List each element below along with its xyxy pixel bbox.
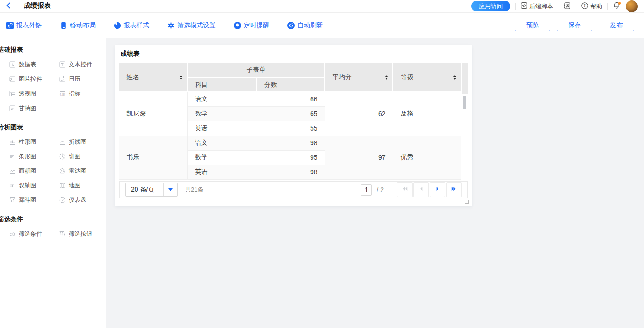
sidebar-item-label: 饼图 [69, 152, 80, 161]
toolbar-item-2[interactable]: 报表样式 [114, 21, 149, 30]
card-resize-handle[interactable] [465, 200, 469, 204]
sidebar-item-dual-axis[interactable]: 双轴图 [9, 182, 59, 189]
page-size-caret[interactable] [163, 183, 177, 196]
sort-icon[interactable] [180, 75, 182, 80]
sort-icon[interactable] [385, 75, 388, 80]
subject-cell: 英语 [187, 165, 257, 179]
first-page-button[interactable] [397, 182, 413, 197]
sidebar-item-radar-chart[interactable]: 雷达图 [59, 167, 106, 174]
sidebar-item-funnel-chart[interactable]: 漏斗图 [9, 197, 59, 203]
column-header-grade[interactable]: 等级 [393, 63, 461, 92]
sidebar-item-column-chart[interactable]: 柱形图 [9, 138, 59, 145]
grade-cell: 优秀 [393, 136, 461, 179]
sidebar-item-label: 折线图 [69, 138, 86, 146]
app-access-button[interactable]: 应用访问 [471, 1, 510, 11]
toolbar-item-label: 移动布局 [70, 21, 96, 30]
sidebar-item-pie-chart[interactable]: 饼图 [59, 153, 106, 160]
chevron-left-icon [418, 186, 424, 194]
funnel-chart-icon [9, 197, 15, 203]
sidebar-item-label: 文本控件 [69, 61, 92, 69]
column-header-grade-label: 等级 [401, 73, 413, 81]
page-number-input[interactable]: 1 [361, 184, 372, 196]
sidebar-section-2: 筛选条件筛选条件筛选按钮 [0, 215, 106, 237]
sidebar-item-label: 仪表盘 [69, 196, 86, 204]
sidebar-item-label: 筛选按钮 [69, 230, 92, 238]
average-cell: 97 [325, 136, 393, 179]
sidebar-item-gauge[interactable]: 仪表盘 [59, 197, 106, 203]
report-title[interactable]: 成绩报表 [21, 0, 54, 12]
sidebar-item-label: 雷达图 [69, 167, 86, 175]
sidebar-item-area-chart[interactable]: 面积图 [9, 167, 59, 174]
toolbar-item-0[interactable]: 报表外链 [6, 21, 42, 30]
sidebar-item-pivot[interactable]: 透视图 [9, 90, 59, 97]
score-cell: 95 [257, 150, 325, 165]
toolbar-item-1[interactable]: 移动布局 [60, 21, 96, 30]
text-widget-icon [59, 61, 65, 68]
save-button[interactable]: 保存 [557, 20, 592, 31]
sidebar-section-title: 筛选条件 [0, 215, 106, 223]
subject-cell: 英语 [187, 121, 257, 136]
score-report-card[interactable]: 成绩表 姓名 子表 [115, 45, 472, 206]
avatar[interactable] [626, 0, 638, 12]
sidebar-item-data-table[interactable]: 数据表 [9, 61, 59, 68]
sidebar-item-calendar[interactable]: 日历 [59, 76, 106, 82]
divider [558, 3, 558, 10]
scrollbar-thumb[interactable] [463, 96, 466, 109]
sidebar-item-gantt[interactable]: 甘特图 [9, 105, 59, 111]
publish-button[interactable]: 发布 [599, 20, 634, 31]
sidebar-item-bar-chart[interactable]: 条形图 [9, 153, 59, 160]
last-page-button[interactable] [446, 182, 462, 197]
design-canvas[interactable]: 成绩表 姓名 子表 [106, 38, 644, 328]
score-table-body: 凯尼深语文6662及格数学65英语55书乐语文9897优秀数学95英语98 [119, 92, 461, 179]
toolbar-item-label: 自动刷新 [297, 21, 323, 30]
toolbar-item-5[interactable]: 自动刷新 [287, 21, 323, 30]
column-header-name-label: 姓名 [126, 73, 139, 81]
dual-axis-icon [9, 182, 15, 189]
sidebar-item-filter-button[interactable]: 筛选按钮 [59, 230, 106, 237]
notifications-button[interactable] [613, 2, 621, 10]
page-total-label: / 2 [377, 186, 384, 193]
toolbar-item-4[interactable]: 定时提醒 [234, 21, 269, 30]
sidebar-item-filter-condition[interactable]: 筛选条件 [9, 230, 59, 237]
sidebar-item-label: 筛选条件 [19, 230, 42, 238]
sidebar-item-map[interactable]: 地图 [59, 182, 106, 189]
bar-chart-icon [9, 153, 15, 160]
sidebar-item-image-widget[interactable]: 图片控件 [9, 76, 59, 82]
double-chevron-right-icon [451, 186, 457, 194]
back-button[interactable] [5, 2, 13, 10]
column-header-subject: 科目 [187, 78, 257, 92]
column-header-name[interactable]: 姓名 [119, 63, 187, 92]
sidebar-item-label: 条形图 [19, 152, 36, 161]
sidebar-item-text-widget[interactable]: 文本控件 [59, 61, 106, 68]
back-chevron-icon [5, 2, 12, 11]
sidebar-item-metric[interactable]: 4,80指标 [59, 90, 106, 97]
table-row[interactable]: 凯尼深语文6662及格 [119, 92, 461, 106]
sidebar-item-line-chart[interactable]: 折线图 [59, 138, 106, 145]
table-row[interactable]: 书乐语文9897优秀 [119, 136, 461, 150]
main-layout: 基础报表数据表文本控件图片控件日历透视图4,80指标甘特图分析图表柱形图折线图条… [0, 38, 644, 328]
filter-button-icon [59, 231, 65, 237]
sidebar-section-1: 分析图表柱形图折线图条形图饼图面积图雷达图双轴图地图漏斗图仪表盘 [0, 123, 106, 203]
report-toolbar: 报表外链移动布局报表样式筛选模式设置定时提醒自动刷新 预览 保存 发布 [0, 13, 644, 38]
line-chart-icon [59, 139, 65, 145]
subject-cell: 数学 [187, 150, 257, 165]
help-icon: ? [581, 2, 588, 10]
page-size-select[interactable]: 20 条/页 [125, 183, 178, 197]
preview-button[interactable]: 预览 [515, 20, 550, 31]
column-header-average[interactable]: 平均分 [325, 63, 393, 92]
sidebar-section-title: 分析图表 [0, 123, 106, 131]
toolbar-item-label: 报表外链 [16, 21, 42, 30]
next-page-button[interactable] [430, 182, 445, 197]
sidebar-section-title: 基础报表 [0, 46, 106, 54]
sidebar-item-label: 面积图 [19, 167, 36, 175]
total-count-label: 共21条 [185, 186, 203, 194]
help-button[interactable]: ? 帮助 [581, 2, 602, 10]
backend-script-button[interactable]: 后端脚本 [521, 2, 553, 10]
column-header-subform: 子表单 [187, 63, 325, 78]
sidebar-item-label: 地图 [69, 182, 80, 190]
contacts-button[interactable] [564, 2, 571, 10]
toolbar-item-3[interactable]: 筛选模式设置 [167, 21, 216, 30]
sort-icon[interactable] [453, 75, 456, 80]
prev-page-button[interactable] [413, 182, 429, 197]
gauge-icon [59, 197, 65, 203]
